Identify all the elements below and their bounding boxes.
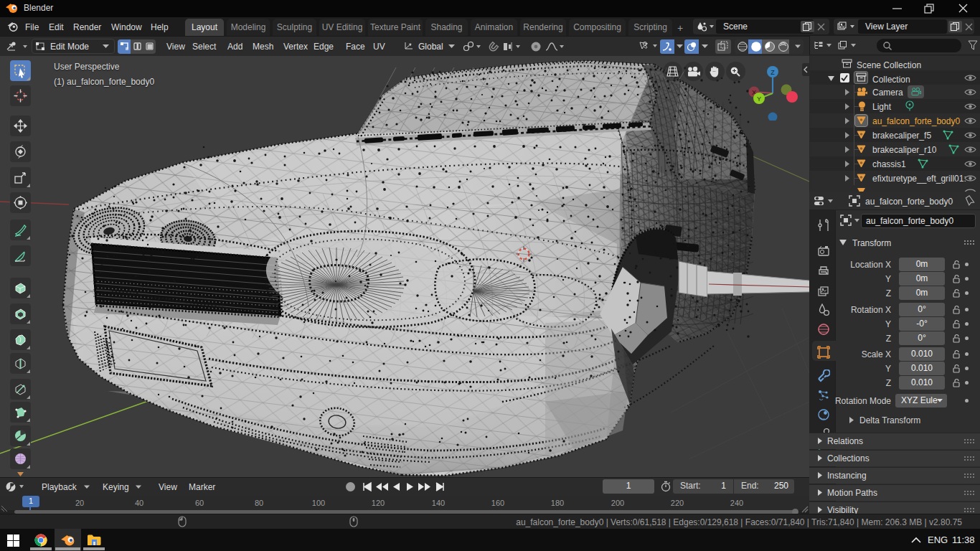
svg-text:Y: Y — [757, 95, 761, 103]
svg-text:Z: Z — [771, 69, 775, 76]
